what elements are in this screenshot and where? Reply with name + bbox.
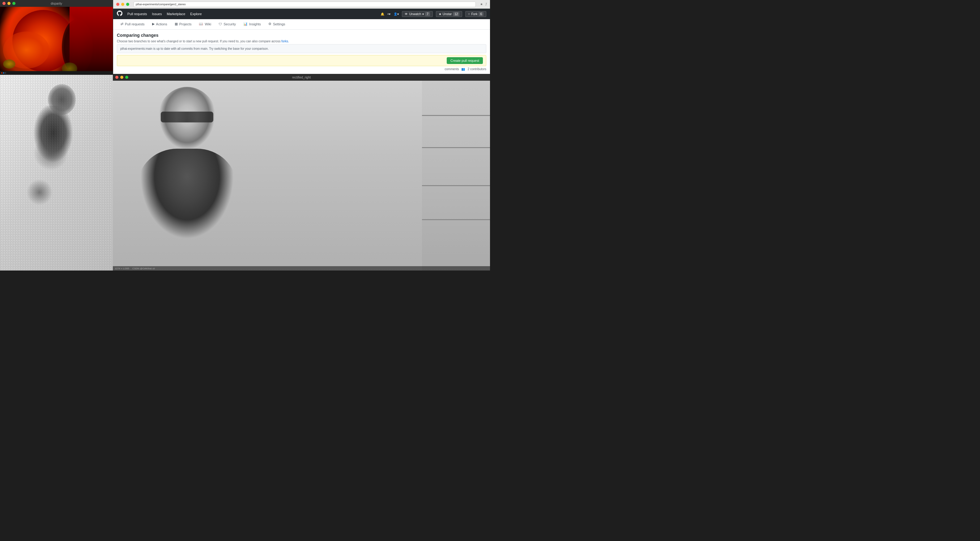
- wiki-label: Wiki: [205, 22, 211, 26]
- shelf-line-4: [422, 219, 490, 220]
- disparity-noise: [0, 7, 113, 75]
- contributors-label: 2 contributors: [468, 67, 486, 71]
- browser-maximize-dot[interactable]: [126, 3, 129, 6]
- disparity-canvas: [0, 7, 113, 75]
- fork-count: 6: [479, 12, 484, 16]
- camera-resolution: 1274 × L/265: [115, 267, 129, 270]
- actions-icon: ▶: [152, 22, 154, 26]
- repo-nav-settings[interactable]: ⚙ Settings: [265, 19, 289, 29]
- security-label: Security: [224, 22, 236, 26]
- contributors-row: comments 👥 2 contributors: [117, 67, 486, 71]
- repo-nav-actions[interactable]: ▶ Actions: [148, 19, 171, 29]
- repo-nav-security[interactable]: 🛡 Security: [215, 20, 240, 29]
- create-pr-button[interactable]: Create pull request: [447, 57, 483, 64]
- url-text: pthai-experiments/compare/gen2_stereo: [136, 3, 186, 6]
- camera-person-glasses: [161, 111, 213, 123]
- url-bar[interactable]: pthai-experiments/compare/gen2_stereo: [134, 2, 476, 7]
- projects-icon: ▦: [175, 22, 178, 26]
- repo-nav-wiki[interactable]: 📖 Wiki: [195, 19, 215, 29]
- camera-minimize-dot[interactable]: [120, 76, 123, 79]
- github-toolbar: Pull requests Issues Marketplace Explore…: [113, 9, 490, 19]
- fork-button[interactable]: ⑂ Fork 6: [465, 11, 486, 17]
- camera-titlebar: rectified_right: [113, 74, 490, 81]
- repo-nav-insights[interactable]: 📊 Insights: [240, 19, 265, 29]
- pointcloud-window: [0, 75, 113, 270]
- compare-note: Choose two branches to see what's change…: [117, 40, 486, 43]
- camera-window: rectified_right 1274 × L/265 CSDN @OAKth…: [113, 74, 490, 270]
- shelf-line-2: [422, 147, 490, 148]
- pointcloud-noise: [0, 75, 113, 270]
- fork-icon: ⑂: [468, 13, 470, 16]
- repo-nav-projects[interactable]: ▦ Projects: [171, 19, 196, 29]
- left-panel: disparity: [0, 0, 113, 270]
- avatar-icon[interactable]: 👤▾: [393, 13, 399, 16]
- camera-brand: CSDN @OAKthai 🏎: [132, 267, 155, 270]
- shelf-line-1: [422, 115, 490, 116]
- maximize-dot[interactable]: [13, 2, 16, 5]
- camera-image: 1274 × L/265 CSDN @OAKthai 🏎: [113, 81, 490, 270]
- settings-label: Settings: [273, 22, 285, 26]
- actions-label: Actions: [156, 22, 167, 26]
- insights-icon: 📊: [243, 22, 248, 26]
- compare-box-text: pthai-experiments:main is up to date wit…: [120, 47, 269, 50]
- unstar-button[interactable]: ★ Unstar 12: [436, 11, 463, 17]
- minimize-dot[interactable]: [8, 2, 11, 5]
- compare-heading: Comparing changes: [117, 33, 486, 38]
- pr-icon: ⇄: [121, 22, 123, 26]
- camera-person-head: [156, 87, 218, 158]
- unwatch-count: 7: [425, 12, 430, 16]
- camera-close-dot[interactable]: [115, 76, 118, 79]
- star-icon: ★: [480, 3, 483, 6]
- disparity-status-dots: [1, 72, 6, 73]
- disparity-title: disparity: [51, 2, 62, 5]
- github-window: pthai-experiments/compare/gen2_stereo ★ …: [113, 0, 490, 74]
- unstar-label: Unstar: [443, 13, 452, 16]
- share-icon: ⤴: [485, 3, 487, 6]
- disparity-window: disparity: [0, 0, 113, 75]
- status-dot-red: [1, 72, 3, 73]
- close-dot[interactable]: [3, 2, 6, 5]
- shelf-line-3: [422, 185, 490, 186]
- repo-content: Comparing changes Choose two branches to…: [113, 30, 490, 74]
- browser-bar: pthai-experiments/compare/gen2_stereo ★ …: [113, 0, 490, 9]
- comments-label: comments: [445, 67, 459, 71]
- compare-yellow-box: Create pull request: [117, 55, 486, 66]
- forks-link[interactable]: forks.: [281, 40, 289, 43]
- browser-close-dot[interactable]: [116, 3, 119, 6]
- camera-title: rectified_right: [292, 76, 311, 79]
- fork-label: Fork: [471, 13, 477, 16]
- right-panel: pthai-experiments/compare/gen2_stereo ★ …: [113, 0, 490, 270]
- pointcloud-canvas: [0, 75, 113, 270]
- wiki-icon: 📖: [199, 22, 203, 26]
- nav-explore[interactable]: Explore: [190, 12, 202, 16]
- contributors-icon: 👥: [461, 67, 465, 71]
- github-right-nav: 🔔 +▾ 👤▾ 👁 Unwatch ▾ 7 ★ Unstar 12 ⑂ Fork: [380, 11, 486, 17]
- camera-maximize-dot[interactable]: [125, 76, 128, 79]
- nav-pull-requests[interactable]: Pull requests: [127, 12, 147, 16]
- repo-nav-pull-requests[interactable]: ⇄ Pull requests: [117, 19, 148, 29]
- unstar-count: 12: [453, 12, 460, 16]
- disparity-titlebar: disparity: [0, 0, 113, 7]
- status-dot-normal: [5, 72, 6, 73]
- insights-label: Insights: [249, 22, 261, 26]
- bell-icon[interactable]: 🔔: [380, 13, 384, 16]
- repo-nav: ⇄ Pull requests ▶ Actions ▦ Projects 📖 W…: [113, 19, 490, 30]
- camera-person-body: [138, 149, 237, 242]
- projects-label: Projects: [179, 22, 192, 26]
- nav-issues[interactable]: Issues: [152, 12, 162, 16]
- browser-minimize-dot[interactable]: [121, 3, 124, 6]
- star-icon-2: ★: [439, 13, 441, 16]
- compare-box: pthai-experiments:main is up to date wit…: [117, 44, 486, 53]
- camera-shelf-background: [422, 81, 490, 270]
- camera-status-bar: 1274 × L/265 CSDN @OAKthai 🏎: [113, 266, 490, 270]
- unwatch-button[interactable]: 👁 Unwatch ▾ 7: [402, 11, 433, 17]
- settings-icon: ⚙: [268, 22, 271, 26]
- browser-icons: ★ ⤴: [480, 3, 487, 6]
- pr-label: Pull requests: [125, 22, 145, 26]
- status-dot-blue: [3, 72, 4, 73]
- plus-icon[interactable]: +▾: [387, 13, 391, 16]
- github-logo-icon: [117, 11, 123, 18]
- nav-marketplace[interactable]: Marketplace: [167, 12, 185, 16]
- unwatch-label: Unwatch: [409, 13, 421, 16]
- security-icon: 🛡: [219, 22, 222, 26]
